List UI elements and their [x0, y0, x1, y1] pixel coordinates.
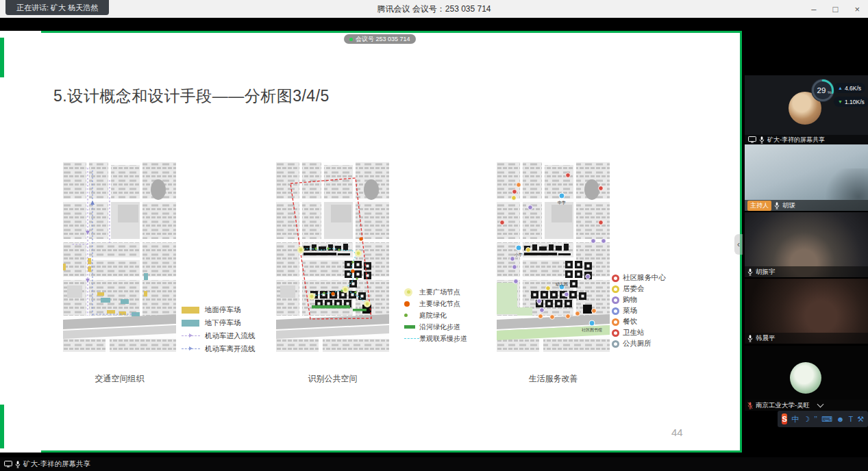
market-icon: [612, 307, 619, 315]
slide-title: 5.设计概念和设计手段——分析图3/4/5: [53, 86, 330, 107]
legend-item: 庭院绿化: [404, 309, 467, 321]
minimize-button[interactable]: –: [811, 4, 816, 14]
map-traffic-image: [63, 162, 176, 352]
shopping-icon: [612, 296, 619, 304]
ground-parking-swatch-icon: [182, 307, 199, 314]
map-traffic-organization: 交通空间组织: [63, 162, 176, 355]
screen-share-preview-tile[interactable]: 29 % ▲ 4.6K/s ▼ 1.10K/s: [745, 75, 868, 135]
plaza-node-icon: [404, 288, 412, 296]
window-controls: – □ ×: [811, 0, 860, 18]
committee-icon: [612, 285, 619, 293]
legend-item: 沿河绿化步道: [404, 321, 467, 333]
screen-share-icon: [4, 461, 12, 468]
community-center-icon: [612, 275, 619, 282]
legend-item: 购物: [612, 294, 666, 305]
chevron-down-icon[interactable]: [817, 401, 824, 408]
map-public-space: 识别公共空间: [276, 162, 389, 355]
legend-traffic: 地面停车场 地下停车场 机动车进入流线 机动车离开流线: [182, 303, 256, 355]
landscape-path-icon: [404, 338, 419, 339]
mic-icon: [747, 335, 753, 342]
slide-border-top: [41, 31, 742, 33]
sogou-logo[interactable]: S: [782, 413, 787, 424]
map-caption: 交通空间组织: [63, 373, 176, 385]
map-living-services-image: 中学 小学 幼儿园 社区图书馆: [497, 162, 610, 352]
exit-flow-arrow-icon: [182, 348, 200, 349]
ime-punctuation-icon[interactable]: ’’: [814, 416, 817, 423]
legend-public-space: 主要广场节点 主要绿化节点 庭院绿化 沿河绿化步道 景观联系慢步道: [404, 286, 467, 344]
legend-item: 卫生站: [612, 327, 666, 338]
legend-item: 餐饮: [612, 316, 666, 327]
participant-video-tile[interactable]: 韩晨平: [745, 279, 868, 344]
participant-video-tile[interactable]: 胡振宇: [745, 212, 868, 277]
legend-item: 菜场: [612, 305, 666, 316]
upload-speed: ▲ 4.6K/s: [834, 83, 865, 93]
legend-item: 景观联系慢步道: [404, 333, 467, 344]
bottom-status-bar: 矿大-李祥的屏幕共享: [0, 457, 868, 471]
participant-video-tile[interactable]: 主持人 胡瑗: [745, 144, 868, 211]
map-living-services: 中学 小学 幼儿园 社区图书馆 生活服务改善: [497, 162, 610, 355]
participant-label: 主持人 胡瑗: [745, 200, 868, 211]
ime-emoji-icon[interactable]: ☻: [836, 416, 845, 423]
share-status-text: 矿大-李祥的屏幕共享: [23, 459, 90, 469]
close-button[interactable]: ×: [854, 4, 860, 14]
public-toilet-icon: [612, 340, 619, 348]
participant-label: 韩晨平: [745, 333, 868, 344]
legend-living-services: 社区服务中心 居委会 购物 菜场 餐饮 卫生站 公共厕所: [612, 272, 666, 349]
sidebar-collapse-handle[interactable]: ‹: [734, 234, 743, 255]
mic-muted-icon: [747, 402, 753, 409]
legend-item: 主要绿化节点: [404, 298, 467, 309]
legend-item: 公共厕所: [612, 338, 666, 349]
map-public-space-image: [276, 162, 389, 352]
health-station-icon: [612, 329, 619, 337]
host-badge: 主持人: [747, 201, 771, 211]
cpu-percent-sign: %: [828, 90, 832, 94]
legend-item: 地下停车场: [182, 316, 256, 329]
mic-icon: [15, 461, 21, 468]
main-area: 会议号 253 035 714 5.设计概念和设计手段——分析图3/4/5: [0, 18, 868, 457]
map-label-community-library: 社区图书馆: [582, 327, 602, 333]
ime-keyboard-icon[interactable]: ⌨: [821, 416, 832, 423]
download-arrow-icon: ▼: [838, 99, 843, 104]
mic-icon: [774, 202, 780, 209]
map-label-kindergarten: 幼儿园: [556, 282, 568, 287]
screen-share-icon: [748, 136, 756, 143]
maximize-button[interactable]: □: [833, 4, 839, 14]
courtyard-green-icon: [404, 314, 408, 317]
ime-fullwidth-icon[interactable]: ☽: [803, 416, 810, 423]
mic-icon: [747, 268, 753, 276]
ime-skin-icon[interactable]: T: [848, 416, 853, 423]
window-title: 腾讯会议 会议号：253 035 714: [0, 0, 868, 18]
cpu-percent-value: 29: [817, 86, 826, 94]
tencent-meeting-window: 正在讲话: 矿大 杨天浩然 腾讯会议 会议号：253 035 714 – □ ×…: [0, 0, 868, 471]
ime-toolbar: S 中 ☽ ’’ ⌨ ☻ T ⚒: [778, 411, 868, 427]
slide-border-left-bottom: [0, 405, 4, 448]
slide-border-bottom: [41, 450, 742, 453]
map-caption: 生活服务改善: [497, 373, 610, 385]
participants-sidebar: 29 % ▲ 4.6K/s ▼ 1.10K/s 矿大-李祥的屏幕共享: [745, 18, 868, 457]
legend-item: 居委会: [612, 283, 666, 294]
ime-toolbox-icon[interactable]: ⚒: [857, 416, 864, 423]
map-caption: 识别公共空间: [276, 373, 389, 385]
dining-icon: [612, 318, 619, 326]
online-dot-icon: [349, 38, 353, 41]
slide-page-number: 44: [671, 427, 683, 438]
participant-label: 南京工业大学-吴旺: [745, 400, 868, 411]
window-titlebar: 正在讲话: 矿大 杨天浩然 腾讯会议 会议号：253 035 714 – □ ×: [0, 0, 868, 18]
legend-item: 社区服务中心: [612, 272, 666, 283]
avatar: [790, 362, 821, 394]
participant-name: 胡瑗: [782, 201, 795, 210]
shared-slide: 会议号 253 035 714 5.设计概念和设计手段——分析图3/4/5: [0, 31, 742, 453]
participant-name: 南京工业大学-吴旺: [756, 401, 810, 410]
map-label-middle-school: 中学: [558, 201, 566, 205]
legend-item: 地面停车场: [182, 303, 256, 316]
download-speed: ▼ 1.10K/s: [834, 97, 868, 107]
legend-item: 机动车进入流线: [182, 329, 256, 342]
ime-language-icon[interactable]: 中: [791, 416, 799, 423]
enter-flow-arrow-icon: [182, 335, 200, 336]
participant-name: 韩晨平: [756, 334, 776, 343]
upload-arrow-icon: ▲: [838, 86, 843, 90]
underground-parking-swatch-icon: [182, 320, 199, 327]
cpu-gauge: 29 %: [809, 77, 836, 104]
participant-video-tile[interactable]: 南京工业大学-吴旺: [745, 346, 868, 411]
map-label-primary-school: 小学: [514, 253, 523, 257]
